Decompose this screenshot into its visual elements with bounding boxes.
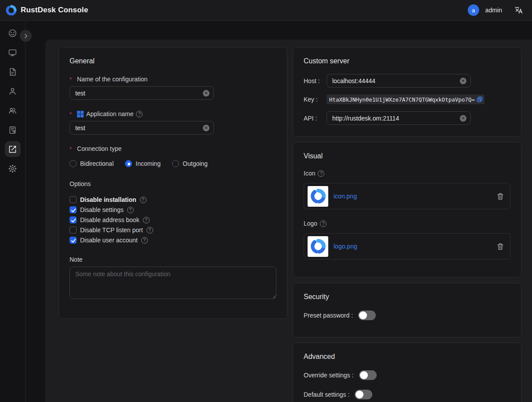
- sidebar-item-dashboard[interactable]: [5, 25, 21, 41]
- connection-type-label: Connection type: [70, 145, 276, 152]
- checkbox-disable-installation[interactable]: Disable installation ?: [70, 196, 276, 203]
- user-avatar[interactable]: a: [468, 4, 479, 16]
- icon-thumbnail: [308, 186, 328, 207]
- logo-thumbnail: [308, 236, 328, 257]
- host-label: Host :: [304, 77, 327, 84]
- checkbox-disable-user-account[interactable]: Disable user account ?: [70, 237, 276, 244]
- sidebar-item-users[interactable]: [5, 83, 21, 99]
- document-icon: [8, 67, 17, 77]
- visual-title: Visual: [304, 152, 510, 160]
- application-name-label: Application name ?: [70, 110, 276, 117]
- settings-gear-icon: [8, 164, 17, 173]
- preset-password-label: Preset password :: [304, 312, 353, 319]
- api-label: API :: [304, 115, 327, 122]
- options-checkbox-group: Disable installation ? Disable settings …: [70, 196, 276, 244]
- icon-label: Icon ?: [304, 170, 510, 177]
- advanced-title: Advanced: [304, 353, 510, 361]
- user-name[interactable]: admin: [485, 7, 502, 14]
- logo-file-link[interactable]: logo.png: [334, 243, 497, 250]
- translate-language-icon[interactable]: [514, 6, 523, 15]
- clear-host-icon[interactable]: ✕: [460, 77, 466, 84]
- sidebar-collapse-button[interactable]: [20, 30, 32, 42]
- general-card-title: General: [70, 57, 276, 65]
- disable-installation-help-icon[interactable]: ?: [140, 197, 147, 203]
- checkbox-box: [70, 227, 77, 234]
- override-settings-row: Override settings :: [304, 370, 510, 380]
- app-title: RustDesk Console: [21, 6, 88, 15]
- checkbox-disable-settings[interactable]: Disable settings ?: [70, 206, 276, 213]
- toggle-knob: [359, 311, 367, 319]
- radio-bidirectional[interactable]: Bidirectional: [70, 160, 114, 167]
- sidebar-item-settings[interactable]: [5, 161, 21, 176]
- override-settings-label: Override settings :: [304, 372, 354, 379]
- icon-file-link[interactable]: icon.png: [334, 193, 497, 200]
- checkbox-disable-tcp-listen-port[interactable]: Disable TCP listen port ?: [70, 227, 276, 234]
- security-title: Security: [304, 293, 510, 301]
- logo-label: Logo ?: [304, 220, 510, 227]
- disable-address-book-help-icon[interactable]: ?: [143, 217, 150, 223]
- api-input[interactable]: [327, 111, 471, 125]
- application-name-input[interactable]: [70, 121, 214, 135]
- custom-server-card: Custom server Host : ✕ Key : HtaXBkJNHy: [293, 47, 521, 137]
- sidebar-nav: [0, 21, 26, 402]
- checkbox-box: [70, 206, 77, 213]
- clear-application-name-icon[interactable]: ✕: [203, 124, 209, 131]
- default-settings-label: Default settings :: [304, 391, 349, 398]
- windows-icon: [77, 111, 84, 117]
- smiley-icon: [8, 29, 17, 38]
- rustdesk-logo-icon: [5, 4, 17, 16]
- right-column: Custom server Host : ✕ Key : HtaXBkJNHy: [293, 47, 521, 402]
- toggle-knob: [356, 391, 363, 398]
- preset-password-toggle[interactable]: [358, 311, 376, 320]
- devices-icon: [8, 48, 17, 57]
- main-panel: General Name of the configuration ✕: [45, 40, 532, 402]
- sidebar-item-custom-clients[interactable]: [5, 141, 21, 157]
- content-background: General Name of the configuration ✕: [26, 21, 532, 402]
- edit-custom-client-icon: [8, 145, 17, 154]
- logo-file-row: logo.png: [304, 233, 510, 259]
- default-settings-toggle[interactable]: [355, 390, 372, 399]
- checkbox-box: [70, 216, 77, 223]
- key-label: Key :: [304, 96, 327, 103]
- connection-type-radios: Bidirectional Incoming Outgoing: [70, 160, 276, 167]
- key-value-chip: HtaXBkJNHyn0e1U1jWXze7A7CN7QTGWqxkOtpaVp…: [327, 95, 484, 104]
- config-name-input[interactable]: [70, 86, 214, 100]
- clear-config-name-icon[interactable]: ✕: [203, 90, 209, 96]
- radio-incoming[interactable]: Incoming: [125, 160, 161, 167]
- disable-tcp-listen-port-help-icon[interactable]: ?: [147, 227, 153, 234]
- disable-settings-help-icon[interactable]: ?: [127, 207, 134, 213]
- default-settings-row: Default settings :: [304, 390, 510, 399]
- config-name-label: Name of the configuration: [70, 76, 276, 83]
- radio-dot: [172, 160, 179, 167]
- note-label: Note: [70, 256, 276, 263]
- radio-outgoing[interactable]: Outgoing: [172, 160, 208, 167]
- disable-user-account-help-icon[interactable]: ?: [141, 237, 148, 244]
- sidebar-item-logs[interactable]: [5, 64, 21, 80]
- note-textarea[interactable]: [70, 267, 276, 299]
- users-group-icon: [8, 106, 17, 115]
- logo-help-icon[interactable]: ?: [320, 220, 327, 227]
- sidebar-item-audit[interactable]: [5, 122, 21, 138]
- clear-api-icon[interactable]: ✕: [460, 115, 466, 121]
- preset-password-row: Preset password :: [304, 311, 510, 320]
- override-settings-toggle[interactable]: [359, 370, 377, 380]
- host-input[interactable]: [327, 74, 471, 88]
- toggle-knob: [360, 371, 368, 379]
- security-card: Security Preset password :: [293, 283, 521, 337]
- sidebar-item-groups[interactable]: [5, 102, 21, 118]
- copy-key-icon[interactable]: [477, 96, 483, 102]
- custom-server-title: Custom server: [304, 57, 510, 65]
- radio-dot: [70, 160, 77, 167]
- delete-logo-file-icon[interactable]: [497, 243, 504, 250]
- delete-icon-file-icon[interactable]: [497, 193, 504, 200]
- brand[interactable]: RustDesk Console: [5, 4, 88, 16]
- top-header: RustDesk Console a admin: [0, 0, 532, 21]
- advanced-card: Advanced Override settings : Default set…: [293, 343, 521, 402]
- visual-card: Visual Icon ? icon.png: [293, 142, 521, 278]
- application-name-help-icon[interactable]: ?: [136, 111, 143, 117]
- options-label: Options: [70, 180, 276, 187]
- sidebar-item-devices[interactable]: [5, 44, 21, 60]
- icon-help-icon[interactable]: ?: [318, 170, 324, 177]
- checkbox-disable-address-book[interactable]: Disable address book ?: [70, 216, 276, 223]
- checkbox-box: [70, 237, 77, 244]
